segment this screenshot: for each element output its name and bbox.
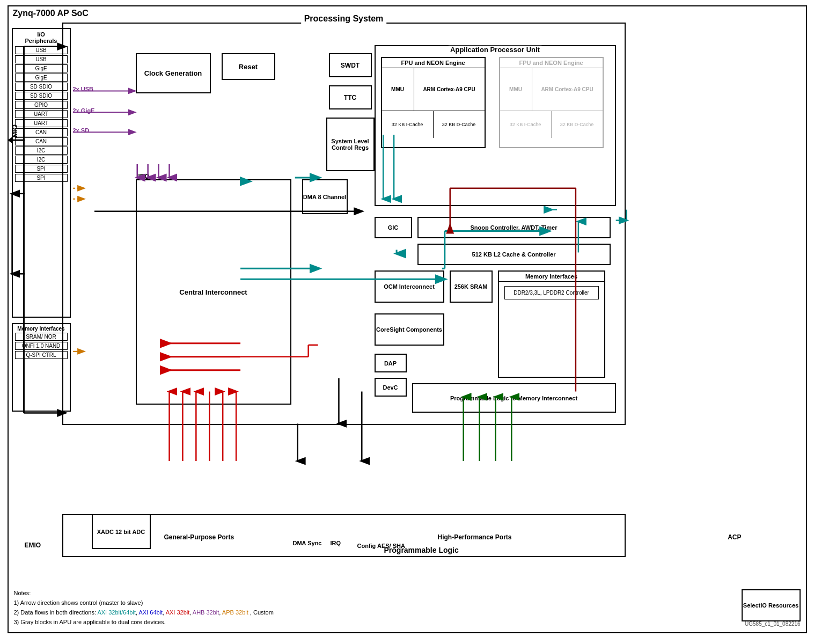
dap-box: DAP (375, 354, 407, 372)
mmu-right: MMU (500, 68, 532, 111)
dma-sync-label: DMA Sync (293, 540, 322, 546)
mio-label: MIO (11, 125, 19, 138)
io-can1: CAN (15, 128, 68, 136)
mem-lower-label: Memory Interfaces (13, 326, 70, 332)
central-interconnect-box: Central Interconnect (136, 179, 291, 405)
io-peripherals-box: I/OPeripherals USB USB GigE GigE SD SDIO… (12, 28, 71, 318)
ttc-box: TTC (329, 85, 372, 109)
fpu-label-left: FPU and NEON Engine (382, 58, 485, 68)
gic-box: GIC (375, 217, 412, 238)
cache-row-right: 32 KB I-Cache 32 KB D-Cache (500, 111, 603, 138)
io-usb1: USB (15, 46, 68, 54)
mem-interfaces-right: Memory Interfaces DDR2/3,3L, LPDDR2 Cont… (498, 270, 605, 378)
sram-nor: SRAM/ NOR (15, 333, 68, 341)
fpu-box-left: FPU and NEON Engine MMU ARM Cortex-A9 CP… (381, 57, 486, 148)
io-sd1: SD SDIO (15, 83, 68, 91)
notes-section: Notes: 1) Arrow direction shows control … (14, 588, 497, 627)
ocm-box: OCM Interconnect (375, 270, 444, 303)
apu-box: Application Processor Unit FPU and NEON … (375, 45, 616, 206)
icache-right: 32 KB I-Cache (500, 111, 552, 138)
irq-bottom-label: IRQ (331, 540, 341, 546)
acp-label: ACP (728, 533, 741, 541)
emio-label: EMIO (25, 541, 41, 549)
cache-row-left: 32 KB I-Cache 32 KB D-Cache (382, 111, 485, 138)
notes-title: Notes: (14, 588, 497, 598)
icache-left: 32 KB I-Cache (382, 111, 434, 138)
io-spi1: SPI (15, 165, 68, 173)
io-gige1: GigE (15, 64, 68, 72)
nand: ONFI 1.0 NAND (15, 342, 68, 350)
note1: 1) Arrow direction shows control (master… (14, 598, 497, 608)
snoop-box: Snoop Controller, AWDT, Timer (417, 217, 611, 238)
cpu-inner-left: MMU ARM Cortex-A9 CPU (382, 68, 485, 111)
io-uart1: UART (15, 110, 68, 118)
xadc-box: XADC 12 bit ADC (92, 514, 151, 549)
sd-2x-label: 2x SD (73, 127, 90, 134)
dcache-left: 32 KB D-Cache (434, 111, 485, 138)
gige-2x-label: 2x GigE (73, 107, 95, 114)
l2-box: 512 KB L2 Cache & Controller (417, 244, 611, 265)
clock-gen-box: Clock Generation (136, 53, 211, 93)
dcache-right: 32 KB D-Cache (552, 111, 603, 138)
ddr-box: DDR2/3,3L, LPDDR2 Controller (504, 286, 599, 299)
sram-box: 256K SRAM (450, 270, 493, 303)
reset-box: Reset (222, 53, 275, 80)
dma-box: DMA 8 Channel (302, 179, 348, 214)
io-i2c2: I2C (15, 156, 68, 164)
fpu-label-right: FPU and NEON Engine (500, 58, 603, 68)
page-title: Zynq-7000 AP SoC (13, 9, 89, 18)
arm-cpu-left: ARM Cortex-A9 CPU (414, 68, 485, 111)
io-gige2: GigE (15, 74, 68, 82)
note2: 2) Data flows in both directions: AXI 32… (14, 608, 497, 617)
coresight-box: CoreSight Components (375, 313, 444, 346)
apu-label: Application Processor Unit (448, 46, 542, 54)
config-label: Config AES/ SHA (357, 543, 405, 549)
note3: 3) Gray blocks in APU are applicable to … (14, 617, 497, 627)
pl-mem-box: Programmable Logic to Memory Interconnec… (412, 383, 616, 413)
io-gpio: GPIO (15, 101, 68, 109)
arm-cpu-right: ARM Cortex-A9 CPU (532, 68, 603, 111)
io-i2c1: I2C (15, 147, 68, 155)
gp-ports-label: General-Purpose Ports (164, 533, 234, 541)
io-usb2: USB (15, 55, 68, 63)
qspi: Q-SPI CTRL (15, 351, 68, 359)
mem-interfaces-lower: Memory Interfaces SRAM/ NOR ONFI 1.0 NAN… (12, 323, 71, 412)
outer-container: Zynq-7000 AP SoC Processing System Clock… (8, 5, 807, 633)
io-sd2: SD SDIO (15, 92, 68, 100)
hp-ports-label: High-Performance Ports (438, 533, 512, 541)
swdt-box: SWDT (329, 53, 372, 77)
io-can2: CAN (15, 137, 68, 145)
io-spi2: SPI (15, 174, 68, 182)
cpu-inner-right: MMU ARM Cortex-A9 CPU (500, 68, 603, 111)
io-uart2: UART (15, 119, 68, 127)
processing-system-box: Processing System Clock Generation Reset… (62, 23, 626, 425)
io-peripherals-label: I/OPeripherals (13, 31, 70, 44)
processing-system-label: Processing System (301, 14, 387, 24)
selectio-box: SelectIO Resources (742, 589, 801, 621)
mmu-left: MMU (382, 68, 414, 111)
mem-right-label: Memory Interfaces (499, 272, 604, 282)
usb-2x-label: 2x USB (73, 86, 94, 92)
fpu-box-right: FPU and NEON Engine MMU ARM Cortex-A9 CP… (499, 57, 604, 148)
slcr-box: System Level Control Regs (326, 118, 375, 171)
doc-id: UG585_c1_01_082216 (745, 621, 800, 627)
devc-box: DevC (375, 378, 407, 397)
